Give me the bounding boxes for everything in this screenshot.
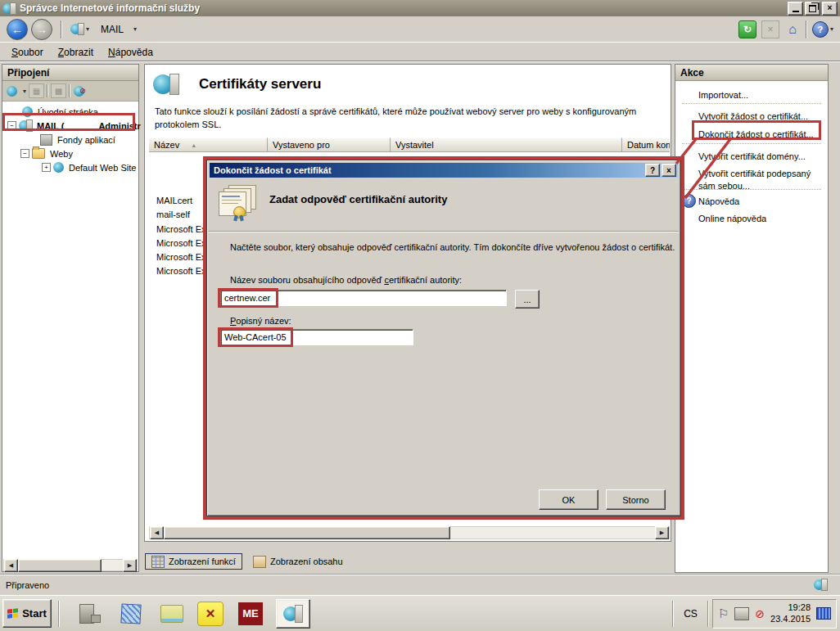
restore-button[interactable] <box>805 2 820 16</box>
scroll-right-icon[interactable]: ▶ <box>655 526 669 539</box>
tree-item-label: Fondy aplikací <box>57 135 115 145</box>
dialog-heading: Zadat odpověď certifikační autority <box>269 193 447 205</box>
list-item[interactable]: Microsoft Ex <box>156 266 206 276</box>
action-create-cert-request[interactable]: Vytvořit žádost o certifikát... <box>698 111 808 121</box>
start-button[interactable]: Start <box>2 599 52 628</box>
minimize-button[interactable] <box>788 2 803 16</box>
list-hscrollbar[interactable]: ◀ ▶ <box>149 526 670 539</box>
x-app-icon[interactable]: ✕ <box>197 602 224 626</box>
scrollbar-thumb[interactable] <box>18 559 102 572</box>
page-description: Tato funkce slouží k posílání žádostí a … <box>155 106 664 132</box>
cancel-button[interactable]: Storno <box>606 489 666 510</box>
system-tray: ⚐ ⊘ 19:28 23.4.2015 <box>712 599 837 629</box>
column-datum-konce[interactable]: Datum konce pl <box>622 137 670 152</box>
restart-icon[interactable]: ↻ <box>738 20 756 38</box>
chevron-down-icon[interactable]: ▾ <box>830 25 833 33</box>
dialog-title: Dokončit žádost o certifikát <box>214 165 644 175</box>
column-vystaveno-pro[interactable]: Vystaveno pro <box>268 137 391 152</box>
address-server-name[interactable]: MAIL <box>101 24 124 35</box>
yellow-map-app-icon[interactable] <box>160 602 184 626</box>
menu-soubor[interactable]: Soubor <box>4 44 51 61</box>
sort-asc-icon: ▲ <box>191 142 196 148</box>
volume-muted-icon[interactable]: ⊘ <box>755 607 765 620</box>
certificates-page-icon-bar <box>169 74 179 95</box>
scroll-right-icon[interactable]: ▶ <box>123 559 137 572</box>
tab-label: Zobrazení obsahu <box>270 557 343 566</box>
sidebar-hscrollbar[interactable]: ◀ ▶ <box>3 559 138 571</box>
content-view-icon <box>253 556 266 568</box>
action-online-help[interactable]: Online nápověda <box>698 214 766 223</box>
close-button[interactable]: × <box>822 2 838 16</box>
tray-clock[interactable]: 19:28 23.4.2015 <box>770 602 811 625</box>
ok-button[interactable]: OK <box>539 489 598 510</box>
back-button[interactable]: ← <box>7 19 28 40</box>
collapse-icon[interactable]: − <box>20 149 29 158</box>
restore-icon <box>809 5 816 12</box>
chevron-down-icon[interactable]: ▾ <box>23 88 26 95</box>
file-name-input[interactable] <box>220 290 507 306</box>
help-icon[interactable]: ? <box>812 21 829 38</box>
tree-item-start-page[interactable]: Úvodní stránka <box>22 105 98 119</box>
flag-icon[interactable]: ⚐ <box>718 606 729 621</box>
tree-item-default-web-site[interactable]: + Default Web Site <box>42 160 136 174</box>
browse-button[interactable]: ... <box>515 290 540 309</box>
iis-taskbar-button[interactable] <box>276 599 310 629</box>
mailenable-icon[interactable]: ME <box>238 602 263 625</box>
chevron-down-icon[interactable]: ▾ <box>133 25 137 33</box>
list-item[interactable]: Microsoft Ex <box>156 224 206 234</box>
dialog-help-button[interactable]: ? <box>645 164 660 177</box>
iis-icon-bar <box>295 605 303 623</box>
navigation-toolbar: ← → ▾ MAIL ▾ ↻ × ⌂ ? ▾ <box>0 16 840 43</box>
page-header: Certifikáty serveru <box>153 74 321 95</box>
server-manager-icon[interactable] <box>78 602 102 626</box>
window-titlebar: Správce Internetové informační služby × <box>0 0 840 16</box>
expand-icon[interactable]: + <box>42 163 51 172</box>
separator <box>682 143 821 144</box>
status-text: Připraveno <box>6 580 49 590</box>
scroll-left-icon[interactable]: ◀ <box>4 559 18 572</box>
dialog-close-button[interactable]: × <box>662 164 676 177</box>
action-import[interactable]: Importovat... <box>698 90 748 100</box>
tree-item-sites[interactable]: − Weby <box>20 146 73 160</box>
delete-connection-icon[interactable]: ⊘ <box>73 84 87 97</box>
list-item[interactable]: Microsoft Ex <box>156 252 206 262</box>
remote-desktop-icon[interactable] <box>816 607 831 620</box>
list-item[interactable]: Microsoft Ex <box>156 238 206 248</box>
tree-item-app-pools[interactable]: Fondy aplikací <box>40 133 115 146</box>
server-icon-bar <box>26 119 33 132</box>
tree-item-label: Úvodní stránka <box>38 107 98 117</box>
column-vystavitel[interactable]: Vystavitel <box>391 137 622 152</box>
column-nazev[interactable]: Název ▲ <box>149 137 268 152</box>
collapse-icon[interactable]: − <box>7 121 16 130</box>
home-icon[interactable]: ⌂ <box>784 21 801 38</box>
action-help[interactable]: Nápověda <box>698 196 739 206</box>
certificate-icon <box>219 185 258 219</box>
management-console-icon[interactable] <box>119 602 143 626</box>
menu-zobrazit[interactable]: Zobrazit <box>51 44 101 61</box>
action-complete-cert-request[interactable]: Dokončit žádost o certifikát... <box>698 129 814 139</box>
action-create-domain-cert[interactable]: Vytvořit certifikát domény... <box>698 151 806 161</box>
chevron-down-icon[interactable]: ▾ <box>86 25 89 33</box>
connect-icon[interactable] <box>5 84 19 97</box>
menu-napoveda[interactable]: Nápověda <box>101 44 160 61</box>
tab-content-view[interactable]: Zobrazení obsahu <box>247 553 349 570</box>
scroll-left-icon[interactable]: ◀ <box>150 526 164 539</box>
scrollbar-thumb[interactable] <box>164 526 450 539</box>
tab-features-view[interactable]: Zobrazení funkcí <box>145 553 242 570</box>
list-item[interactable]: MAILcert <box>156 196 192 205</box>
language-indicator[interactable]: CS <box>677 605 704 623</box>
tree-item-label: MAIL ( <box>37 121 64 131</box>
dialog-titlebar: Dokončit žádost o certifikát ? × <box>210 163 678 178</box>
tree-item-mail-server[interactable]: − MAIL ( Administr <box>7 119 141 133</box>
friendly-name-input[interactable] <box>220 329 413 345</box>
up-icon: ▩ <box>51 83 66 98</box>
web-site-icon <box>53 162 64 173</box>
toolbar-separator <box>61 20 62 38</box>
toolbar-separator <box>47 84 48 97</box>
toolbar-separator <box>69 84 70 97</box>
list-item[interactable]: mail-self <box>156 210 190 219</box>
separator <box>707 601 709 627</box>
network-icon[interactable] <box>734 607 749 620</box>
forward-button[interactable]: → <box>31 19 52 40</box>
status-bar: Připraveno <box>0 575 840 594</box>
